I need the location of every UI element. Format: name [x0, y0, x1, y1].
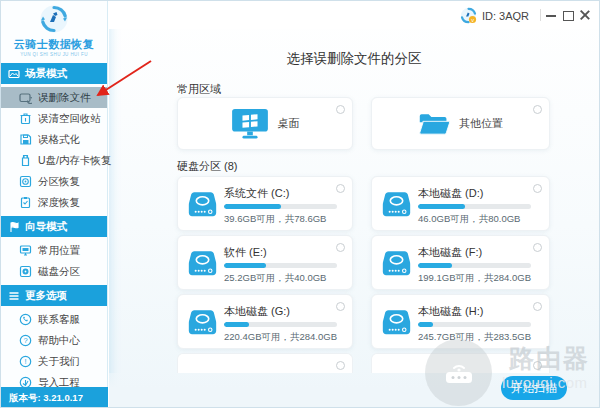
- user-id-label: ID: 3AQR: [482, 10, 529, 22]
- scene-mode-items: 误删除文件 误清空回收站 误格式化 U盘/内存卡恢复: [1, 84, 107, 216]
- drive-name: 本地磁盘 (F:): [418, 245, 482, 260]
- desktop-icon: [231, 108, 269, 140]
- radio-drive-partial[interactable]: [336, 361, 345, 370]
- sidebar-item-label: 误清空回收站: [38, 112, 101, 126]
- drive-usage-fill: [418, 322, 433, 327]
- section-header-label: 场景模式: [25, 67, 67, 81]
- radio-drive-c[interactable]: [336, 184, 345, 193]
- drive-info: 46.0GB可用，共80.0GB: [418, 213, 520, 226]
- svg-text:?: ?: [23, 336, 27, 345]
- drive-usage-fill: [224, 322, 249, 327]
- deep-recovery-icon: [19, 196, 32, 209]
- hard-drive-icon: [187, 306, 218, 338]
- drive-usage-fill: [418, 263, 452, 268]
- sidebar-item-deleted-files[interactable]: 误删除文件: [1, 87, 107, 108]
- sidebar-item-usb-recovery[interactable]: U盘/内存卡恢复: [1, 150, 107, 171]
- drive-info: 199.1GB可用，共284.0GB: [418, 272, 531, 285]
- sidebar-item-about-us[interactable]: ! 关于我们: [1, 351, 107, 372]
- drive-name: 软件 (E:): [224, 245, 267, 260]
- radio-drive-g[interactable]: [336, 302, 345, 311]
- sidebar-item-contact-support[interactable]: 联系客服: [1, 309, 107, 330]
- hard-drive-icon: [381, 306, 412, 338]
- common-area-label: 常用区域: [177, 82, 221, 97]
- sidebar-item-label: 深度恢复: [38, 196, 80, 210]
- more-options-icon: [8, 290, 20, 302]
- common-card-label: 其他位置: [459, 116, 503, 131]
- drive-card-partial-left[interactable]: [177, 353, 353, 373]
- sidebar-item-label: 误删除文件: [38, 91, 91, 105]
- phone-icon: [19, 313, 32, 326]
- close-button[interactable]: [579, 9, 591, 21]
- more-options-items: 联系客服 ? 帮助中心 ! 关于我们 导入工程: [1, 306, 107, 396]
- hard-drive-icon: [187, 247, 218, 279]
- radio-desktop[interactable]: [336, 105, 345, 114]
- drive-usage-bar: [418, 263, 531, 268]
- drive-usage-bar: [418, 204, 531, 209]
- recycle-bin-icon: [19, 112, 32, 125]
- common-card-other-location[interactable]: 其他位置: [371, 97, 550, 150]
- sidebar-item-label: U盘/内存卡恢复: [38, 154, 112, 168]
- drive-usage-bar: [224, 322, 337, 327]
- drive-info: 220.4GB可用，共284.0GB: [224, 331, 337, 344]
- sidebar: 云骑士数据恢复 YUN QI SHI SHU JU HUI FU 场景模式 误删…: [1, 1, 108, 408]
- sidebar-item-label: 分区恢复: [38, 175, 80, 189]
- sidebar-item-common-locations[interactable]: 常用位置: [1, 240, 107, 261]
- common-card-label: 桌面: [278, 116, 300, 131]
- account-logo-icon: v: [460, 7, 477, 24]
- section-header-label: 更多选项: [25, 289, 67, 303]
- drive-usage-bar: [224, 263, 337, 268]
- radio-drive-h[interactable]: [533, 302, 542, 311]
- sidebar-item-partition-recovery[interactable]: 分区恢复: [1, 171, 107, 192]
- sidebar-section-more-options: 更多选项: [1, 285, 107, 306]
- watermark-router-badge: [425, 339, 492, 406]
- sidebar-item-deep-recovery[interactable]: 深度恢复: [1, 192, 107, 213]
- sidebar-item-disk-partitions[interactable]: 磁盘分区: [1, 261, 107, 282]
- scene-mode-icon: [8, 68, 20, 80]
- drive-info: 39.6GB可用，共78.6GB: [224, 213, 326, 226]
- sidebar-item-help-center[interactable]: ? 帮助中心: [1, 330, 107, 351]
- sidebar-item-label: 帮助中心: [38, 334, 80, 348]
- titlebar-divider: [540, 9, 541, 21]
- drive-card-f[interactable]: 本地磁盘 (F:) 199.1GB可用，共284.0GB: [371, 235, 550, 290]
- drive-card-c[interactable]: 系统文件 (C:) 39.6GB可用，共78.6GB: [177, 176, 353, 231]
- sidebar-item-label: 联系客服: [38, 313, 80, 327]
- help-icon: ?: [19, 334, 32, 347]
- radio-other-location[interactable]: [533, 105, 542, 114]
- folder-icon: [418, 111, 450, 137]
- sidebar-item-formatted[interactable]: 误格式化: [1, 129, 107, 150]
- drive-usage-fill: [418, 204, 465, 209]
- sidebar-section-wizard-mode: 向导模式: [1, 216, 107, 237]
- svg-text:!: !: [24, 357, 26, 366]
- section-header-label: 向导模式: [25, 220, 67, 234]
- sidebar-item-recycle-bin[interactable]: 误清空回收站: [1, 108, 107, 129]
- watermark-domain: luyouqi.com: [502, 374, 588, 391]
- version-label: 版本号: 3.21.0.17: [1, 387, 108, 408]
- maximize-button[interactable]: [562, 9, 574, 21]
- sidebar-item-label: 磁盘分区: [38, 265, 80, 279]
- common-card-desktop[interactable]: 桌面: [177, 97, 353, 150]
- page-title: 选择误删除文件的分区: [109, 50, 599, 68]
- sidebar-item-label: 关于我们: [38, 355, 80, 369]
- drive-name: 系统文件 (C:): [224, 186, 289, 201]
- title-bar: v ID: 3AQR: [108, 1, 599, 29]
- radio-drive-e[interactable]: [336, 243, 345, 252]
- drive-usage-fill: [224, 263, 266, 268]
- usb-card-icon: [19, 154, 32, 167]
- router-icon: [442, 358, 476, 388]
- drive-card-g[interactable]: 本地磁盘 (G:) 220.4GB可用，共284.0GB: [177, 294, 353, 349]
- drive-name: 本地磁盘 (G:): [224, 304, 290, 319]
- minimize-button[interactable]: [545, 9, 557, 21]
- sidebar-section-scene-mode: 场景模式: [1, 63, 107, 84]
- svg-text:v: v: [471, 17, 474, 23]
- hard-drive-icon: [187, 188, 218, 220]
- drive-info: 25.2GB可用，共40.0GB: [224, 272, 326, 285]
- monitor-icon: [19, 244, 32, 257]
- drive-card-d[interactable]: 本地磁盘 (D:) 46.0GB可用，共80.0GB: [371, 176, 550, 231]
- drive-usage-bar: [224, 204, 337, 209]
- partition-recovery-icon: [19, 175, 32, 188]
- radio-drive-d[interactable]: [533, 184, 542, 193]
- drive-card-e[interactable]: 软件 (E:) 25.2GB可用，共40.0GB: [177, 235, 353, 290]
- app-window: 云骑士数据恢复 YUN QI SHI SHU JU HUI FU 场景模式 误删…: [0, 0, 600, 408]
- drive-usage-fill: [224, 204, 281, 209]
- radio-drive-f[interactable]: [533, 243, 542, 252]
